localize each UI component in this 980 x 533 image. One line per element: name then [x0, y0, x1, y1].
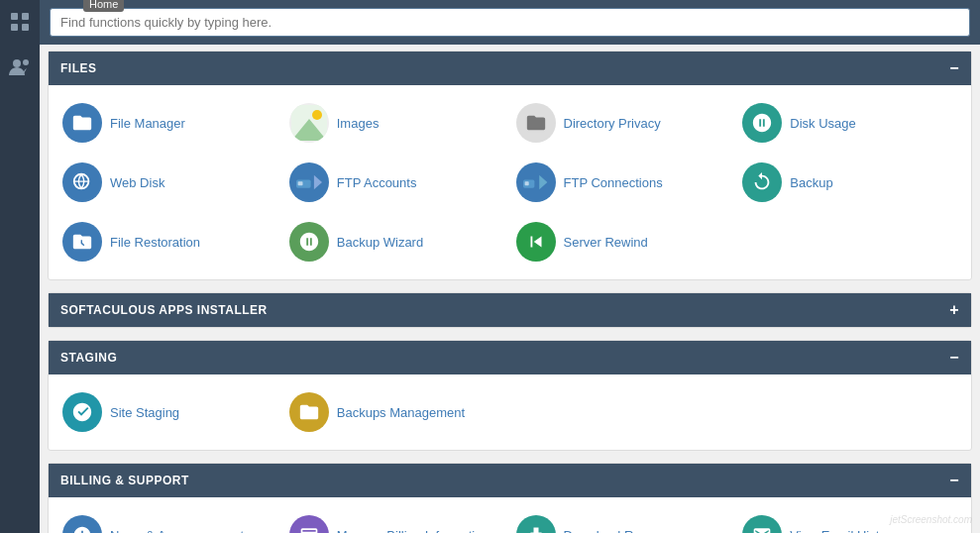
files-section-header[interactable]: FILES − — [49, 52, 971, 85]
file-restoration-label: File Restoration — [110, 235, 200, 250]
directory-privacy-icon — [516, 103, 556, 143]
softaculous-section-header[interactable]: SOFTACULOUS APPS INSTALLER + — [49, 293, 971, 327]
backup-wizard-icon — [289, 222, 329, 262]
main-content: Home FILES − File Manager — [40, 0, 980, 533]
svg-marker-15 — [539, 175, 547, 190]
download-resources-item[interactable]: Download Resources — [512, 509, 735, 533]
disk-usage-icon — [742, 103, 782, 143]
file-restoration-icon — [62, 222, 102, 262]
server-rewind-item[interactable]: Server Rewind — [512, 216, 735, 267]
ftp-connections-icon — [516, 162, 556, 202]
news-icon — [62, 515, 102, 533]
manage-billing-item[interactable]: Manage Billing Information — [285, 509, 508, 533]
file-restoration-item[interactable]: File Restoration — [58, 216, 281, 267]
email-history-icon — [742, 515, 782, 533]
directory-privacy-item[interactable]: Directory Privacy — [512, 97, 735, 149]
files-grid: File Manager Images — [58, 97, 961, 267]
svg-rect-0 — [11, 13, 18, 20]
web-disk-label: Web Disk — [110, 175, 164, 190]
billing-toggle-icon: − — [949, 472, 959, 489]
server-rewind-label: Server Rewind — [564, 235, 648, 250]
billing-section-body: News & Announcements Manage Billing Info… — [49, 497, 971, 533]
svg-point-8 — [312, 110, 322, 120]
staging-section: STAGING − Site Staging — [48, 340, 972, 451]
files-toggle-icon: − — [949, 59, 959, 77]
softaculous-toggle-icon: + — [949, 301, 959, 319]
backups-management-label: Backups Management — [337, 405, 465, 420]
sidebar-grid-icon[interactable] — [6, 8, 34, 36]
files-section-title: FILES — [60, 61, 97, 75]
billing-grid: News & Announcements Manage Billing Info… — [58, 509, 961, 533]
disk-usage-item[interactable]: Disk Usage — [738, 97, 961, 149]
web-disk-icon — [62, 162, 102, 202]
search-bar: Home — [40, 0, 980, 45]
svg-rect-3 — [22, 24, 29, 31]
billing-section: BILLING & SUPPORT − News & Announcements — [48, 463, 972, 533]
softaculous-section: SOFTACULOUS APPS INSTALLER + — [48, 292, 972, 328]
svg-rect-14 — [524, 181, 528, 185]
manage-billing-label: Manage Billing Information — [337, 528, 490, 534]
svg-point-5 — [23, 59, 29, 65]
files-section-body: File Manager Images — [49, 85, 971, 279]
images-icon — [289, 103, 329, 143]
staging-section-body: Site Staging Backups Management — [49, 374, 971, 450]
ftp-accounts-item[interactable]: FTP Accounts — [285, 157, 508, 208]
view-email-history-label: View Email History — [790, 528, 897, 534]
sidebar-users-icon[interactable] — [6, 53, 34, 81]
site-staging-icon — [62, 392, 102, 432]
watermark: jetScreenshot.com — [890, 514, 972, 525]
billing-section-title: BILLING & SUPPORT — [60, 474, 189, 487]
backup-wizard-label: Backup Wizard — [337, 235, 423, 250]
site-staging-label: Site Staging — [110, 405, 179, 420]
svg-point-4 — [13, 59, 21, 67]
server-rewind-icon — [516, 222, 556, 262]
billing-section-header[interactable]: BILLING & SUPPORT − — [49, 464, 971, 497]
web-disk-item[interactable]: Web Disk — [58, 157, 281, 208]
images-item[interactable]: Images — [285, 97, 508, 149]
svg-rect-1 — [22, 13, 29, 20]
staging-grid: Site Staging Backups Management — [58, 386, 961, 438]
svg-marker-12 — [314, 175, 322, 190]
manage-billing-icon — [289, 515, 329, 533]
svg-rect-11 — [297, 181, 302, 185]
download-resources-icon — [516, 515, 556, 533]
search-input[interactable] — [50, 8, 970, 37]
ftp-accounts-icon — [289, 162, 329, 202]
backups-management-item[interactable]: Backups Management — [285, 386, 508, 438]
svg-rect-2 — [11, 24, 18, 31]
backup-item[interactable]: Backup — [738, 157, 961, 208]
backups-management-icon — [289, 392, 329, 432]
file-manager-icon — [62, 103, 102, 143]
download-resources-label: Download Resources — [564, 528, 687, 534]
staging-section-header[interactable]: STAGING − — [49, 341, 971, 374]
backup-wizard-item[interactable]: Backup Wizard — [285, 216, 508, 267]
directory-privacy-label: Directory Privacy — [564, 116, 661, 131]
images-label: Images — [337, 116, 380, 131]
ftp-connections-item[interactable]: FTP Connections — [512, 157, 735, 208]
news-announcements-item[interactable]: News & Announcements — [58, 509, 281, 533]
sidebar — [0, 0, 40, 533]
staging-section-title: STAGING — [60, 351, 117, 365]
staging-toggle-icon: − — [949, 349, 959, 367]
news-announcements-label: News & Announcements — [110, 528, 251, 534]
site-staging-item[interactable]: Site Staging — [58, 386, 281, 438]
files-section: FILES − File Manager — [48, 51, 972, 280]
home-tooltip: Home — [83, 0, 124, 12]
softaculous-section-title: SOFTACULOUS APPS INSTALLER — [60, 303, 268, 317]
ftp-accounts-label: FTP Accounts — [337, 175, 417, 190]
backup-icon — [742, 162, 782, 202]
backup-label: Backup — [790, 175, 832, 190]
file-manager-item[interactable]: File Manager — [58, 97, 281, 149]
disk-usage-label: Disk Usage — [790, 116, 855, 131]
ftp-connections-label: FTP Connections — [564, 175, 663, 190]
file-manager-label: File Manager — [110, 116, 185, 131]
